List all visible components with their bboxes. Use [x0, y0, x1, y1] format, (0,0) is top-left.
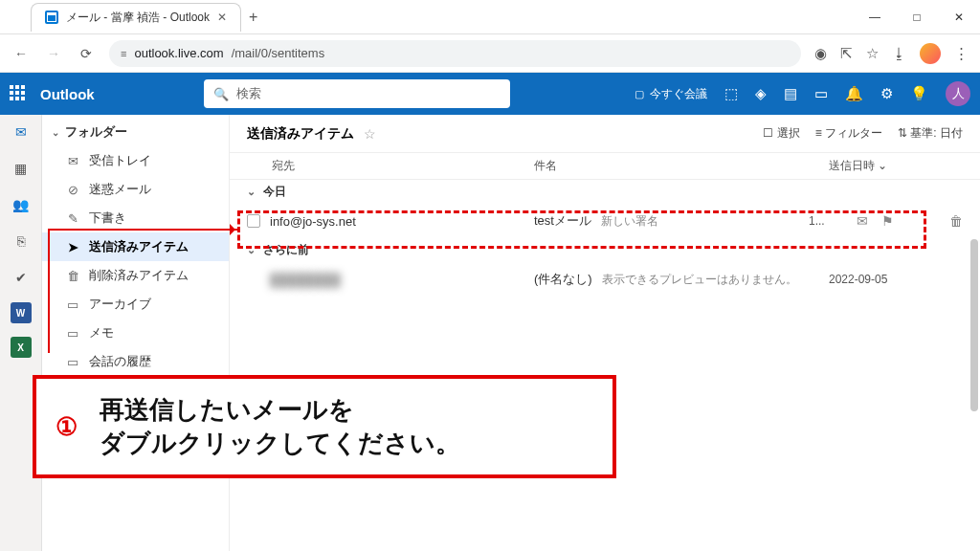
window-close[interactable]: ✕ — [938, 0, 980, 34]
tab-title: メール - 當摩 禎浩 - Outlook — [66, 10, 210, 26]
bookmark-star-icon[interactable]: ☆ — [866, 45, 879, 62]
callout-step-number: ① — [46, 407, 86, 447]
row-checkbox[interactable] — [247, 214, 260, 228]
flag-icon[interactable]: ⚑ — [881, 213, 894, 229]
folders-label: フォルダー — [65, 124, 127, 141]
row-subject: (件名なし) — [534, 271, 592, 288]
nav-back[interactable]: ← — [11, 46, 31, 61]
chevron-down-icon: ⌄ — [52, 127, 59, 138]
app-launcher-icon[interactable] — [10, 85, 27, 102]
profile-avatar[interactable] — [920, 43, 941, 64]
notes-icon: ▭ — [65, 326, 80, 341]
group-today[interactable]: 今日 — [230, 180, 980, 204]
sort-button[interactable]: ⇅ 基準: 日付 — [898, 125, 963, 142]
message-list-pane: 送信済みアイテム ☆ ☐ 選択 ≡ フィルター ⇅ 基準: 日付 宛先 件名 送… — [230, 115, 980, 551]
sidebar-item-archive[interactable]: ▭アーカイブ — [42, 290, 229, 319]
sidebar-item-conversation-history[interactable]: ▭会話の履歴 — [42, 347, 229, 376]
browser-tab[interactable]: メール - 當摩 禎浩 - Outlook ✕ — [31, 3, 241, 32]
row-to: info@jo-sys.net — [270, 214, 534, 229]
outlook-favicon — [45, 11, 58, 24]
rail-todo-icon[interactable]: ✔ — [10, 266, 33, 289]
nav-reload[interactable]: ⟳ — [77, 46, 96, 61]
sidebar-item-notes[interactable]: ▭メモ — [42, 319, 229, 347]
window-minimize[interactable]: — — [854, 0, 896, 34]
tips-icon[interactable]: 💡 — [910, 85, 928, 102]
site-settings-icon[interactable]: ≡ — [121, 48, 126, 59]
window-maximize[interactable]: □ — [896, 0, 938, 34]
rail-word-icon[interactable]: W — [11, 302, 32, 323]
instruction-callout: ① 再送信したいメールを ダブルクリックしてください。 — [33, 375, 616, 478]
left-rail: ✉ ▦ 👥 ⎘ ✔ W X — [0, 115, 42, 551]
favorite-star-icon[interactable]: ☆ — [364, 126, 376, 142]
filter-button[interactable]: ≡ フィルター — [815, 125, 882, 142]
delete-icon[interactable]: 🗑 — [949, 213, 963, 229]
scrollbar-thumb[interactable] — [970, 239, 978, 411]
annotation-arrow — [48, 229, 239, 231]
row-to: ████████ — [270, 273, 534, 287]
group-older[interactable]: さらに前 — [230, 238, 980, 262]
settings-gear-icon[interactable]: ⚙ — [880, 85, 893, 102]
url-host: outlook.live.com — [134, 46, 223, 60]
rail-calendar-icon[interactable]: ▦ — [10, 157, 33, 180]
sidebar-item-deleted[interactable]: 🗑削除済みアイテム — [42, 261, 229, 290]
search-placeholder: 検索 — [236, 85, 261, 102]
column-to[interactable]: 宛先 — [247, 158, 534, 174]
teams-icon[interactable]: ⬚ — [724, 85, 738, 102]
row-date: 1... — [809, 214, 857, 228]
sent-icon: ➤ — [65, 240, 80, 254]
mark-read-icon[interactable]: ✉ — [857, 213, 868, 229]
rail-files-icon[interactable]: ⎘ — [10, 230, 33, 253]
meet-now-button[interactable]: 今すぐ会議 — [635, 86, 707, 102]
search-icon: 🔍 — [213, 87, 229, 101]
message-row[interactable]: info@jo-sys.net testメール新しい署名 1... ✉ ⚑ 🗑 — [230, 204, 980, 238]
brand-label: Outlook — [40, 86, 95, 102]
kebab-menu-icon[interactable]: ⋮ — [954, 45, 969, 62]
folder-sidebar: ⌄ フォルダー ✉受信トレイ ⊘迷惑メール ✎下書き ➤送信済みアイテム 🗑削除… — [42, 115, 230, 551]
calendar-peek-icon[interactable]: ▤ — [784, 85, 797, 102]
new-tab-button[interactable]: + — [249, 9, 257, 26]
eye-icon[interactable]: ◉ — [814, 45, 827, 62]
list-title: 送信済みアイテム — [247, 125, 354, 143]
translate-icon[interactable]: ⇱ — [840, 45, 853, 62]
url-path: /mail/0/sentitems — [232, 46, 325, 60]
tab-close-icon[interactable]: ✕ — [217, 11, 227, 24]
drafts-icon: ✎ — [65, 211, 80, 226]
notifications-icon[interactable]: 🔔 — [845, 85, 863, 102]
rail-mail-icon[interactable]: ✉ — [10, 121, 33, 143]
column-subject[interactable]: 件名 — [534, 158, 829, 174]
row-subject: testメール — [534, 212, 591, 230]
row-preview: 新しい署名 — [601, 213, 658, 230]
chat-icon[interactable]: ▭ — [814, 85, 828, 102]
rail-people-icon[interactable]: 👥 — [10, 193, 33, 216]
nav-forward[interactable]: → — [44, 46, 63, 61]
sidebar-item-inbox[interactable]: ✉受信トレイ — [42, 146, 229, 175]
inbox-icon: ✉ — [65, 154, 80, 168]
sidebar-item-junk[interactable]: ⊘迷惑メール — [42, 175, 229, 204]
download-icon[interactable]: ⭳ — [892, 45, 906, 61]
search-input[interactable]: 🔍 検索 — [204, 79, 510, 108]
row-preview: 表示できるプレビューはありません。 — [602, 272, 797, 288]
account-avatar[interactable]: 人 — [946, 81, 970, 106]
sidebar-item-sent[interactable]: ➤送信済みアイテム — [42, 232, 229, 261]
address-bar[interactable]: ≡ outlook.live.com/mail/0/sentitems — [109, 40, 801, 67]
message-row[interactable]: ████████ (件名なし)表示できるプレビューはありません。 2022-09… — [230, 262, 980, 297]
folders-header[interactable]: ⌄ フォルダー — [42, 119, 229, 146]
select-toggle[interactable]: ☐ 選択 — [763, 125, 799, 142]
premium-icon[interactable]: ◈ — [755, 85, 767, 102]
rail-excel-icon[interactable]: X — [11, 337, 32, 358]
column-date[interactable]: 送信日時 ⌄ — [829, 158, 963, 174]
trash-icon: 🗑 — [65, 269, 80, 283]
callout-text: 再送信したいメールを ダブルクリックしてください。 — [100, 393, 460, 460]
folder-icon: ▭ — [65, 355, 80, 369]
junk-icon: ⊘ — [65, 183, 80, 197]
archive-icon: ▭ — [65, 298, 80, 312]
row-date: 2022-09-05 — [829, 273, 963, 286]
